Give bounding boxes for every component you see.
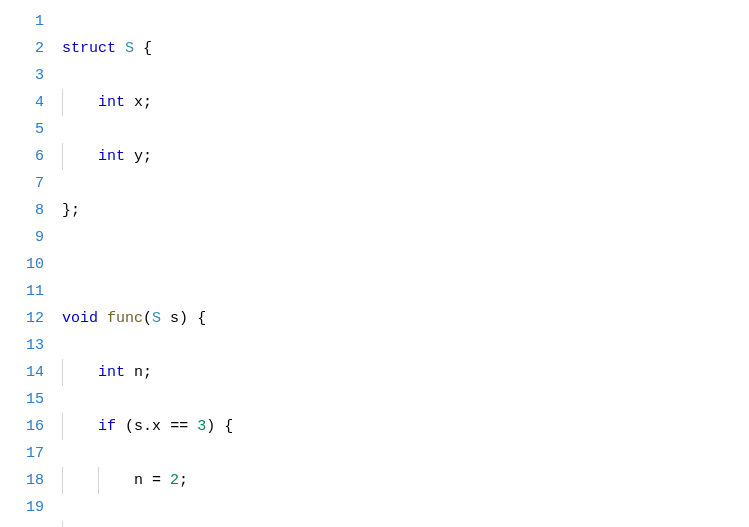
operator: == (170, 418, 188, 435)
code-line[interactable] (62, 251, 749, 278)
paren: ) (206, 418, 215, 435)
identifier: y (134, 148, 143, 165)
keyword-int: int (98, 148, 125, 165)
semicolon: ; (143, 148, 152, 165)
identifier: s (134, 418, 143, 435)
line-number: 12 (0, 305, 44, 332)
semicolon: ; (71, 202, 80, 219)
semicolon: ; (143, 94, 152, 111)
code-area[interactable]: struct S { int x; int y; }; void func(S … (62, 8, 749, 527)
identifier: n (134, 364, 143, 381)
keyword-struct: struct (62, 40, 116, 57)
brace: { (224, 418, 233, 435)
code-line[interactable]: void func(S s) { (62, 305, 749, 332)
brace: } (62, 202, 71, 219)
line-number: 2 (0, 35, 44, 62)
type-name: S (152, 310, 161, 327)
number: 3 (197, 418, 206, 435)
brace: { (197, 310, 206, 327)
semicolon: ; (179, 472, 188, 489)
line-number: 19 (0, 494, 44, 521)
code-line[interactable]: int n; (62, 359, 749, 386)
dot: . (143, 418, 152, 435)
number: 2 (170, 472, 179, 489)
code-editor[interactable]: 1 2 3 4 5 6 7 8 9 10 11 12 13 14 15 16 1… (0, 8, 749, 527)
line-number: 16 (0, 413, 44, 440)
line-number: 7 (0, 170, 44, 197)
line-number: 11 (0, 278, 44, 305)
line-number-gutter: 1 2 3 4 5 6 7 8 9 10 11 12 13 14 15 16 1… (0, 8, 62, 527)
line-number: 14 (0, 359, 44, 386)
code-line[interactable]: struct S { (62, 35, 749, 62)
line-number: 6 (0, 143, 44, 170)
line-number: 13 (0, 332, 44, 359)
keyword-int: int (98, 94, 125, 111)
identifier: s (170, 310, 179, 327)
line-number: 4 (0, 89, 44, 116)
code-line[interactable]: } else if (s.y == 2 && (s.x >= 1 && s.x … (62, 521, 749, 527)
line-number: 18 (0, 467, 44, 494)
function-name: func (107, 310, 143, 327)
line-number: 15 (0, 386, 44, 413)
operator: = (152, 472, 161, 489)
paren: ( (125, 418, 134, 435)
semicolon: ; (143, 364, 152, 381)
line-number: 9 (0, 224, 44, 251)
line-number: 5 (0, 116, 44, 143)
code-line[interactable]: int x; (62, 89, 749, 116)
keyword-void: void (62, 310, 98, 327)
line-number: 1 (0, 8, 44, 35)
code-line[interactable]: int y; (62, 143, 749, 170)
identifier: x (152, 418, 161, 435)
keyword-int: int (98, 364, 125, 381)
line-number: 8 (0, 197, 44, 224)
paren: ( (143, 310, 152, 327)
code-line[interactable]: if (s.x == 3) { (62, 413, 749, 440)
brace: { (143, 40, 152, 57)
code-line[interactable]: }; (62, 197, 749, 224)
line-number: 17 (0, 440, 44, 467)
type-name: S (125, 40, 134, 57)
keyword-if: if (98, 418, 116, 435)
identifier: n (134, 472, 143, 489)
identifier: x (134, 94, 143, 111)
line-number: 3 (0, 62, 44, 89)
line-number: 10 (0, 251, 44, 278)
paren: ) (179, 310, 188, 327)
code-line[interactable]: n = 2; (62, 467, 749, 494)
